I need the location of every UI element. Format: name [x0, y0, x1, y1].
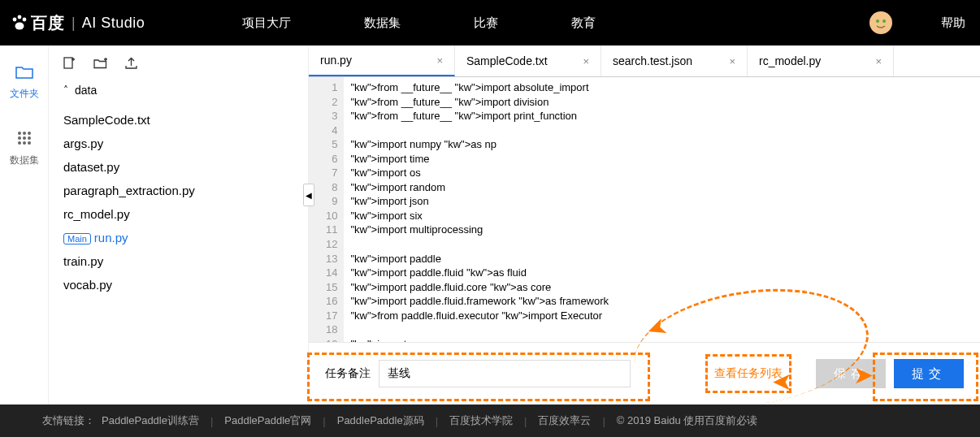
file-item[interactable]: vocab.py: [63, 273, 293, 296]
svg-point-11: [23, 136, 26, 140]
nav-right: 帮助: [869, 11, 965, 34]
tab-label: run.py: [320, 54, 352, 67]
file-toolbar: [63, 57, 293, 72]
file-item-selected[interactable]: Mainrun.py: [63, 226, 293, 249]
logo[interactable]: 百度 | AI Studio: [10, 12, 145, 34]
svg-rect-16: [64, 58, 72, 68]
submit-button[interactable]: 提交: [894, 359, 964, 388]
svg-point-0: [13, 18, 17, 22]
svg-point-2: [23, 18, 27, 22]
task-remark-label: 任务备注: [325, 366, 371, 381]
svg-point-10: [18, 136, 21, 140]
nav-link-projects[interactable]: 项目大厅: [242, 15, 291, 31]
svg-point-7: [18, 132, 21, 135]
code-content[interactable]: "kw">from __future__ "kw">import absolut…: [344, 77, 980, 342]
editor-panel: ◀ run.py× SampleCode.txt× search.test.js…: [309, 45, 980, 405]
logo-ai-text: AI Studio: [82, 15, 145, 32]
footer: 友情链接： PaddlePaddle训练营| PaddlePaddle官网| P…: [0, 405, 980, 437]
footer-link[interactable]: 百度效率云: [538, 413, 591, 428]
editor-tabs: run.py× SampleCode.txt× search.test.json…: [309, 45, 980, 77]
task-remark-input[interactable]: [379, 360, 631, 387]
upload-icon[interactable]: [125, 57, 137, 72]
close-icon[interactable]: ×: [875, 55, 882, 67]
close-icon[interactable]: ×: [729, 55, 735, 67]
baidu-paw-icon: [10, 13, 29, 33]
rail-files-label: 文件夹: [10, 87, 39, 101]
svg-point-12: [28, 136, 31, 140]
line-gutter: 12345678910111213141516171819▸2021222324: [309, 77, 344, 342]
footer-prefix: 友情链接：: [42, 413, 95, 428]
main-tag: Main: [63, 233, 91, 244]
new-folder-icon[interactable]: [93, 58, 107, 72]
logo-baidu-text: 百度: [31, 12, 65, 34]
footer-copyright: © 2019 Baidu 使用百度前必读: [617, 413, 758, 428]
svg-point-9: [28, 132, 31, 135]
workspace: 文件夹 数据集 ˄ data SampleCode.txt args.py da…: [0, 45, 980, 405]
svg-point-6: [882, 19, 886, 23]
tab-label: SampleCode.txt: [466, 54, 548, 67]
rail-dataset-label: 数据集: [10, 154, 39, 167]
file-item[interactable]: SampleCode.txt: [63, 108, 293, 132]
tab-label: rc_model.py: [759, 54, 821, 67]
bottom-bar: 任务备注 查看任务列表 保存 提交: [309, 342, 980, 405]
svg-point-4: [869, 11, 892, 34]
svg-point-13: [18, 141, 21, 145]
code-area[interactable]: 12345678910111213141516171819▸2021222324…: [309, 77, 980, 342]
svg-point-15: [28, 141, 31, 145]
file-panel: ˄ data SampleCode.txt args.py dataset.py…: [49, 45, 309, 405]
folder-label: data: [75, 84, 97, 97]
view-task-list-link[interactable]: 查看任务列表: [705, 354, 791, 393]
file-item[interactable]: dataset.py: [63, 155, 293, 179]
file-name: run.py: [94, 231, 128, 244]
new-file-icon[interactable]: [63, 57, 76, 72]
svg-point-3: [15, 23, 24, 30]
collapse-handle[interactable]: ◀: [303, 184, 314, 206]
grid-icon: [16, 130, 33, 149]
nav-help[interactable]: 帮助: [941, 15, 965, 31]
tab-search-json[interactable]: search.test.json×: [601, 45, 748, 76]
file-list: SampleCode.txt args.py dataset.py paragr…: [63, 108, 293, 296]
close-icon[interactable]: ×: [436, 54, 443, 67]
svg-point-8: [23, 132, 26, 135]
svg-point-1: [18, 15, 22, 19]
tab-rc-model[interactable]: rc_model.py×: [748, 45, 894, 76]
svg-point-14: [23, 141, 26, 145]
folder-icon: [15, 65, 33, 82]
nav-link-datasets[interactable]: 数据集: [364, 15, 401, 31]
tab-label: search.test.json: [613, 54, 692, 67]
footer-link[interactable]: 百度技术学院: [449, 413, 513, 428]
left-rail: 文件夹 数据集: [0, 45, 49, 405]
svg-point-5: [876, 19, 879, 23]
file-item[interactable]: rc_model.py: [63, 202, 293, 226]
nav-link-education[interactable]: 教育: [571, 15, 596, 31]
rail-files[interactable]: 文件夹: [10, 65, 39, 101]
nav-links: 项目大厅 数据集 比赛 教育: [242, 15, 669, 31]
logo-divider: |: [72, 15, 76, 32]
footer-link[interactable]: PaddlePaddle训练营: [102, 413, 199, 428]
file-item[interactable]: train.py: [63, 249, 293, 273]
footer-link[interactable]: PaddlePaddle官网: [224, 413, 311, 428]
file-item[interactable]: paragraph_extraction.py: [63, 179, 293, 202]
footer-link[interactable]: PaddlePaddle源码: [337, 413, 424, 428]
save-button[interactable]: 保存: [816, 359, 886, 388]
avatar[interactable]: [869, 11, 892, 34]
tab-samplecode[interactable]: SampleCode.txt×: [455, 45, 601, 76]
tab-run-py[interactable]: run.py×: [309, 45, 455, 76]
rail-dataset[interactable]: 数据集: [10, 130, 39, 167]
nav-link-competitions[interactable]: 比赛: [474, 15, 498, 31]
chevron-down-icon: ˄: [63, 84, 68, 96]
file-item[interactable]: args.py: [63, 132, 293, 155]
folder-data[interactable]: ˄ data: [63, 84, 293, 97]
close-icon[interactable]: ×: [583, 55, 589, 67]
top-nav: 百度 | AI Studio 项目大厅 数据集 比赛 教育 帮助: [0, 0, 980, 45]
